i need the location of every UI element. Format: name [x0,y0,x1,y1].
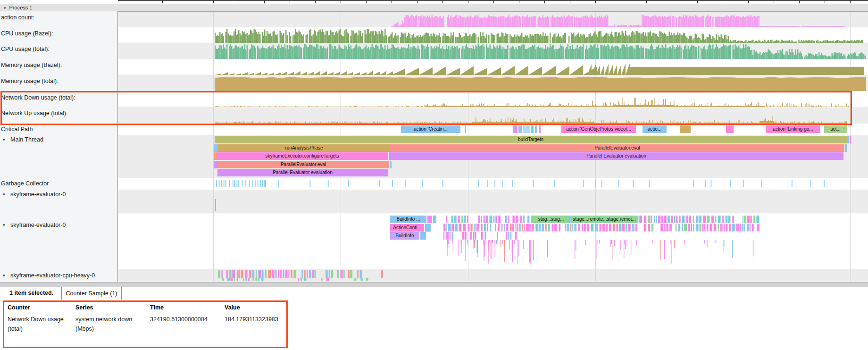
track-label: Garbage Collector [1,180,49,187]
trace-slice[interactable] [847,136,849,143]
timeline-row [118,75,868,91]
trace-slice[interactable] [465,125,466,133]
trace-slice[interactable] [515,125,517,133]
timeline-row [118,11,868,27]
sidebar-track-skyframe-evaluator-0[interactable]: ▾skyframe-evaluator-0 [0,191,116,198]
trace-slice[interactable] [433,216,436,223]
trace-slice[interactable]: ParallelEvaluator.eval [217,161,389,168]
timeline-row [118,190,868,213]
process-header[interactable]: ▾Process 1 [0,4,868,12]
trace-slice[interactable] [513,125,515,133]
trace-slice[interactable] [420,232,426,240]
trace-slice[interactable] [215,199,216,205]
trace-slice[interactable] [726,125,734,133]
trace-slice[interactable] [215,205,216,211]
track-label: Memory usage (total): [1,77,58,85]
timeline-row [118,269,868,282]
highlight-box-counter-table [3,300,288,348]
trace-slice[interactable]: actio... [643,125,667,133]
timeline-row [118,124,868,135]
trace-slice[interactable] [425,224,431,232]
trace-slice[interactable] [523,125,530,133]
trace-slice[interactable]: skyframeExecutor.configureTargets [217,152,388,160]
disclosure-triangle-icon: ▾ [3,272,5,279]
trace-slice[interactable] [214,161,217,168]
trace-slice[interactable]: stag...stag... [532,216,570,223]
trace-slice[interactable] [531,125,534,133]
tab-counter-sample[interactable]: Counter Sample (1) [61,287,122,300]
track-label: Memory usage (Bazel): [1,61,62,69]
track-label: skyframe-evaluator-cpu-heavy-0 [10,272,95,279]
trace-slice[interactable]: act... [824,125,847,133]
trace-slice[interactable]: ActionConti... [390,224,424,232]
sidebar-track-memory-usage-total[interactable]: Memory usage (total): [0,77,116,85]
trace-viewer-window: ▾Process 1 action count:CPU usage (Bazel… [0,0,868,350]
track-label: Critical Path [1,125,33,133]
sidebar-track-skyframe-evaluator-cpu-heavy-0[interactable]: ▾skyframe-evaluator-cpu-heavy-0 [0,272,116,279]
timeline-row [118,59,868,75]
trace-slice[interactable]: buildTargets [215,136,847,143]
trace-slice[interactable]: runAnalysisPhase [218,144,390,152]
sidebar-track-cpu-usage-bazel[interactable]: CPU usage (Bazel): [0,30,116,37]
trace-slice[interactable] [680,125,691,133]
sidebar-track-skyframe-evaluator-0[interactable]: ▾skyframe-evaluator-0 [0,221,116,229]
track-label: CPU usage (total): [1,45,50,53]
trace-slice[interactable] [845,144,847,152]
disclosure-triangle-icon: ▾ [4,4,6,12]
sidebar-track-action-count[interactable]: action count: [0,14,116,21]
timeline-ruler[interactable] [118,0,868,4]
trace-slice[interactable] [518,125,522,133]
disclosure-triangle-icon: ▾ [3,136,5,143]
trace-slice[interactable] [850,136,851,143]
trace-slice[interactable]: stage...remote...stage.remot... [571,216,638,223]
trace-slice[interactable]: BuildInfo ... [390,216,426,223]
track-label: skyframe-evaluator-0 [10,191,66,198]
trace-slice[interactable]: BuildInfo [390,232,419,240]
track-label: Main Thread [10,136,43,143]
trace-slice[interactable]: ParallelEvaluator.eval [390,144,844,152]
timeline-row [118,43,868,59]
trace-slice[interactable]: action 'Creatin... [401,125,460,133]
sidebar-track-memory-usage-bazel[interactable]: Memory usage (Bazel): [0,61,116,69]
selection-status: 1 item selected. [9,287,53,300]
timeline-row [118,178,868,190]
sidebar-track-cpu-usage-total[interactable]: CPU usage (total): [0,45,116,53]
sidebar-track-garbage-collector[interactable]: Garbage Collector [0,180,116,187]
trace-slice[interactable]: action 'GenObjcProtos video/... [561,125,636,133]
trace-slice[interactable] [427,216,432,223]
trace-slice[interactable]: Parallel Evaluator evaluation [389,152,843,160]
sidebar-track-main-thread[interactable]: ▾Main Thread [0,136,116,143]
trace-slice[interactable] [535,125,537,133]
timeline-row [118,27,868,43]
gridline [850,11,851,282]
trace-slice[interactable] [539,125,541,133]
track-label: skyframe-evaluator-0 [10,221,66,229]
trace-slice[interactable]: Parallel Evaluator evaluation [217,169,388,176]
track-label: action count: [1,14,34,21]
disclosure-triangle-icon: ▾ [3,191,5,198]
track-sidebar: action count:CPU usage (Bazel):CPU usage… [0,11,118,282]
trace-slice[interactable]: action 'Linking go... [766,125,820,133]
disclosure-triangle-icon: ▾ [3,221,5,229]
trace-slice[interactable] [390,161,392,168]
timeline-row [118,213,868,269]
track-label: CPU usage (Bazel): [1,30,53,37]
trace-slice[interactable] [214,144,218,152]
sidebar-track-critical-path[interactable]: Critical Path [0,125,116,133]
highlight-box-network-tracks [0,91,852,125]
process-title: Process 1 [9,5,33,10]
